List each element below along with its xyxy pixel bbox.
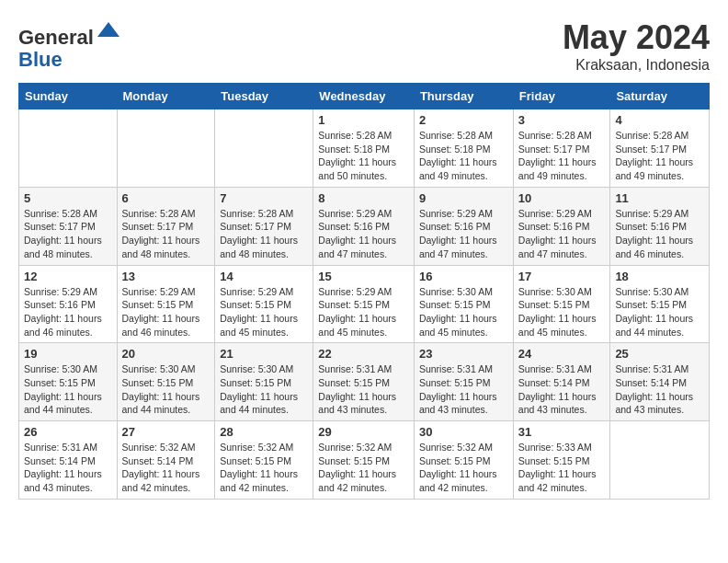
table-row: 8Sunrise: 5:29 AM Sunset: 5:16 PM Daylig…: [313, 187, 415, 265]
day-info: Sunrise: 5:31 AM Sunset: 5:15 PM Dayligh…: [318, 362, 409, 417]
table-row: 28Sunrise: 5:32 AM Sunset: 5:15 PM Dayli…: [215, 421, 313, 500]
day-number: 25: [615, 347, 704, 361]
day-info: Sunrise: 5:28 AM Sunset: 5:17 PM Dayligh…: [220, 207, 308, 261]
table-row: 15Sunrise: 5:29 AM Sunset: 5:15 PM Dayli…: [313, 265, 415, 343]
table-row: 26Sunrise: 5:31 AM Sunset: 5:14 PM Dayli…: [19, 421, 118, 500]
table-row: [215, 109, 313, 188]
title-month: May 2024: [563, 18, 710, 57]
table-row: 27Sunrise: 5:32 AM Sunset: 5:14 PM Dayli…: [117, 421, 215, 500]
table-row: 30Sunrise: 5:32 AM Sunset: 5:15 PM Dayli…: [414, 421, 513, 500]
day-info: Sunrise: 5:28 AM Sunset: 5:17 PM Dayligh…: [615, 129, 704, 183]
header-tuesday: Tuesday: [215, 84, 313, 109]
table-row: 6Sunrise: 5:28 AM Sunset: 5:17 PM Daylig…: [117, 187, 215, 265]
day-number: 10: [518, 191, 606, 205]
day-info: Sunrise: 5:32 AM Sunset: 5:15 PM Dayligh…: [419, 441, 508, 495]
day-number: 7: [220, 191, 308, 205]
header-wednesday: Wednesday: [313, 84, 415, 109]
table-row: 31Sunrise: 5:33 AM Sunset: 5:15 PM Dayli…: [513, 421, 610, 500]
week-row-4: 19Sunrise: 5:30 AM Sunset: 5:15 PM Dayli…: [19, 343, 710, 421]
header-sunday: Sunday: [19, 84, 118, 109]
day-number: 16: [419, 270, 508, 283]
table-row: 24Sunrise: 5:31 AM Sunset: 5:14 PM Dayli…: [513, 343, 610, 421]
day-number: 27: [122, 425, 210, 439]
table-row: 20Sunrise: 5:30 AM Sunset: 5:15 PM Dayli…: [117, 343, 215, 421]
header-saturday: Saturday: [610, 84, 710, 109]
day-number: 1: [318, 113, 409, 127]
day-number: 13: [122, 270, 210, 283]
week-row-2: 5Sunrise: 5:28 AM Sunset: 5:17 PM Daylig…: [19, 187, 710, 265]
table-row: 1Sunrise: 5:28 AM Sunset: 5:18 PM Daylig…: [313, 109, 415, 188]
day-number: 24: [518, 347, 606, 361]
day-number: 22: [318, 347, 409, 361]
day-number: 9: [419, 191, 508, 205]
day-number: 30: [419, 425, 508, 439]
day-info: Sunrise: 5:29 AM Sunset: 5:16 PM Dayligh…: [518, 207, 606, 261]
logo-general: General: [18, 26, 94, 49]
day-info: Sunrise: 5:29 AM Sunset: 5:16 PM Dayligh…: [318, 207, 409, 261]
day-number: 6: [122, 191, 210, 205]
day-info: Sunrise: 5:31 AM Sunset: 5:14 PM Dayligh…: [518, 362, 606, 417]
header-monday: Monday: [117, 84, 215, 109]
logo-text: General Blue: [18, 18, 121, 71]
week-row-3: 12Sunrise: 5:29 AM Sunset: 5:16 PM Dayli…: [19, 265, 710, 343]
day-info: Sunrise: 5:30 AM Sunset: 5:15 PM Dayligh…: [220, 362, 308, 417]
day-number: 20: [122, 347, 210, 361]
table-row: 18Sunrise: 5:30 AM Sunset: 5:15 PM Dayli…: [610, 265, 710, 343]
day-number: 29: [318, 425, 409, 439]
table-row: 2Sunrise: 5:28 AM Sunset: 5:18 PM Daylig…: [414, 109, 513, 188]
day-info: Sunrise: 5:30 AM Sunset: 5:15 PM Dayligh…: [419, 285, 508, 339]
day-number: 2: [419, 113, 508, 127]
table-row: 16Sunrise: 5:30 AM Sunset: 5:15 PM Dayli…: [414, 265, 513, 343]
day-number: 18: [615, 270, 704, 283]
table-row: 3Sunrise: 5:28 AM Sunset: 5:17 PM Daylig…: [513, 109, 610, 188]
logo-icon: [96, 18, 121, 44]
table-row: 7Sunrise: 5:28 AM Sunset: 5:17 PM Daylig…: [215, 187, 313, 265]
day-info: Sunrise: 5:28 AM Sunset: 5:17 PM Dayligh…: [24, 207, 112, 261]
title-block: May 2024 Kraksaan, Indonesia: [563, 18, 710, 74]
table-row: 5Sunrise: 5:28 AM Sunset: 5:17 PM Daylig…: [19, 187, 118, 265]
table-row: 25Sunrise: 5:31 AM Sunset: 5:14 PM Dayli…: [610, 343, 710, 421]
day-number: 11: [615, 191, 704, 205]
table-row: 9Sunrise: 5:29 AM Sunset: 5:16 PM Daylig…: [414, 187, 513, 265]
day-info: Sunrise: 5:30 AM Sunset: 5:15 PM Dayligh…: [24, 362, 112, 417]
day-number: 21: [220, 347, 308, 361]
day-info: Sunrise: 5:31 AM Sunset: 5:15 PM Dayligh…: [419, 362, 508, 417]
day-info: Sunrise: 5:29 AM Sunset: 5:15 PM Dayligh…: [220, 285, 308, 339]
day-info: Sunrise: 5:29 AM Sunset: 5:16 PM Dayligh…: [24, 285, 112, 339]
day-number: 14: [220, 270, 308, 283]
header-thursday: Thursday: [414, 84, 513, 109]
table-row: 10Sunrise: 5:29 AM Sunset: 5:16 PM Dayli…: [513, 187, 610, 265]
day-number: 17: [518, 270, 606, 283]
table-row: 13Sunrise: 5:29 AM Sunset: 5:15 PM Dayli…: [117, 265, 215, 343]
day-number: 3: [518, 113, 606, 127]
day-info: Sunrise: 5:30 AM Sunset: 5:15 PM Dayligh…: [615, 285, 704, 339]
day-info: Sunrise: 5:28 AM Sunset: 5:18 PM Dayligh…: [419, 129, 508, 183]
day-number: 12: [24, 270, 112, 283]
day-number: 23: [419, 347, 508, 361]
day-info: Sunrise: 5:29 AM Sunset: 5:15 PM Dayligh…: [318, 285, 409, 339]
week-row-5: 26Sunrise: 5:31 AM Sunset: 5:14 PM Dayli…: [19, 421, 710, 500]
week-row-1: 1Sunrise: 5:28 AM Sunset: 5:18 PM Daylig…: [19, 109, 710, 188]
day-number: 15: [318, 270, 409, 283]
page-header: General Blue May 2024 Kraksaan, Indonesi…: [18, 18, 710, 74]
day-info: Sunrise: 5:31 AM Sunset: 5:14 PM Dayligh…: [615, 362, 704, 417]
weekday-header-row: Sunday Monday Tuesday Wednesday Thursday…: [19, 84, 710, 109]
day-number: 4: [615, 113, 704, 127]
day-info: Sunrise: 5:32 AM Sunset: 5:14 PM Dayligh…: [122, 441, 210, 495]
table-row: 17Sunrise: 5:30 AM Sunset: 5:15 PM Dayli…: [513, 265, 610, 343]
table-row: 12Sunrise: 5:29 AM Sunset: 5:16 PM Dayli…: [19, 265, 118, 343]
day-info: Sunrise: 5:33 AM Sunset: 5:15 PM Dayligh…: [518, 441, 606, 495]
day-number: 28: [220, 425, 308, 439]
table-row: 21Sunrise: 5:30 AM Sunset: 5:15 PM Dayli…: [215, 343, 313, 421]
table-row: [19, 109, 118, 188]
day-info: Sunrise: 5:31 AM Sunset: 5:14 PM Dayligh…: [24, 441, 112, 495]
day-info: Sunrise: 5:29 AM Sunset: 5:16 PM Dayligh…: [419, 207, 508, 261]
day-info: Sunrise: 5:28 AM Sunset: 5:17 PM Dayligh…: [122, 207, 210, 261]
day-info: Sunrise: 5:32 AM Sunset: 5:15 PM Dayligh…: [220, 441, 308, 495]
logo: General Blue: [18, 18, 121, 71]
day-info: Sunrise: 5:32 AM Sunset: 5:15 PM Dayligh…: [318, 441, 409, 495]
logo-blue: Blue: [18, 48, 63, 71]
day-number: 19: [24, 347, 112, 361]
day-number: 8: [318, 191, 409, 205]
day-info: Sunrise: 5:28 AM Sunset: 5:18 PM Dayligh…: [318, 129, 409, 183]
